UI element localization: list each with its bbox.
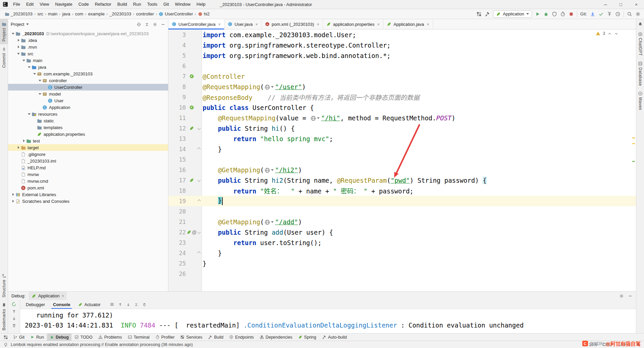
debug-console[interactable]: running for 377.612)2023-01-03 14:44:21.…	[20, 309, 636, 333]
tree-item-templates[interactable]: templates	[8, 124, 168, 131]
tree-item-External Libraries[interactable]: External Libraries	[8, 191, 168, 198]
close-button[interactable]: ×	[629, 0, 644, 9]
code-line-5[interactable]: 5import org.springframework.web.bind.ann…	[168, 50, 636, 61]
notification-icon[interactable]	[3, 342, 8, 347]
stripe-mark-warning[interactable]	[632, 137, 635, 138]
code-line-21[interactable]: 21 @GetMapping("/add")	[168, 217, 636, 227]
menu-view[interactable]: View	[37, 0, 52, 9]
toolwindow-button-auto-build[interactable]: Auto-build	[319, 334, 350, 341]
panel-settings-button[interactable]	[153, 22, 157, 27]
breadcrumb-_20230103[interactable]: _20230103	[5, 11, 33, 16]
tree-item-Application[interactable]: CApplication	[8, 104, 168, 111]
tree-item-.idea[interactable]: .idea	[8, 37, 168, 44]
search-everywhere-button[interactable]	[627, 11, 632, 17]
tree-item-src[interactable]: src	[8, 50, 168, 57]
code-line-8[interactable]: 8@RequestMapping("/user")	[168, 81, 636, 92]
close-tab-icon[interactable]: ×	[317, 22, 319, 27]
right-strip-item-bell[interactable]	[636, 19, 644, 29]
editor-tab-Application.java[interactable]: Application.java×	[383, 19, 433, 29]
chevron-closed-icon[interactable]	[16, 145, 21, 150]
debug-session-tab[interactable]: Application ×	[29, 292, 67, 300]
toolwindow-button-dependencies[interactable]: Dependencies	[257, 334, 295, 341]
close-tab-icon[interactable]: ×	[427, 22, 429, 27]
menu-navigate[interactable]: Navigate	[52, 0, 75, 9]
code-line-22[interactable]: 22@ public String add(User user) {	[168, 227, 636, 237]
code-line-24[interactable]: 24 }	[168, 248, 636, 258]
tree-item-com.example._20230103[interactable]: com.example._20230103	[8, 70, 168, 77]
chevron-open-icon[interactable]	[21, 58, 26, 63]
chevron-closed-icon[interactable]	[11, 199, 15, 204]
next-problem-icon[interactable]	[614, 32, 619, 36]
url-globe-icon[interactable]	[264, 219, 270, 225]
chevron-down-icon[interactable]	[26, 23, 29, 25]
menu-file[interactable]: File	[10, 0, 23, 9]
right-strip-item-chatgpt[interactable]: ChatGPT	[636, 29, 644, 59]
code-area[interactable]: 3import com.example._20230103.model.User…	[168, 30, 636, 291]
toolwindow-button-spring[interactable]: Spring	[296, 334, 319, 341]
chevron-open-icon[interactable]	[32, 71, 37, 76]
debug-settings-button[interactable]	[619, 294, 624, 298]
code-line-15[interactable]: 15	[168, 154, 636, 165]
code-line-3[interactable]: 3import com.example._20230103.model.User…	[168, 30, 636, 40]
left-strip-item-commit[interactable]: Commit	[0, 44, 8, 70]
code-line-9[interactable]: 9@ResponseBody // 当前类中所有方法，将返回一个非静态页面的数据	[168, 92, 636, 102]
breadcrumb-example[interactable]: example	[88, 11, 105, 16]
chevron-closed-icon[interactable]	[21, 138, 26, 143]
fold-end-icon[interactable]	[197, 251, 201, 255]
switcher-icon[interactable]	[476, 11, 482, 17]
toolwindow-button-terminal[interactable]: Terminal	[125, 334, 152, 341]
code-line-11[interactable]: 11 @RequestMapping(value = "/hi", method…	[168, 113, 636, 123]
tree-item-_20230103.iml[interactable]: _20230103.iml	[8, 158, 168, 164]
prev-occurrence-icon[interactable]	[118, 302, 122, 307]
rerun-button[interactable]	[11, 302, 16, 307]
left-strip-item-bookmarks[interactable]: Bookmarks	[0, 300, 8, 333]
toolwindow-button-build[interactable]: Build	[205, 334, 226, 341]
toolwindow-button-todo[interactable]: TODO	[72, 334, 95, 341]
tree-item-_20230103[interactable]: _20230103D:\workspace\workspace_javaee\j…	[8, 30, 168, 37]
menu-help[interactable]: Help	[194, 0, 209, 9]
clear-all-icon[interactable]	[142, 302, 147, 307]
tree-item-main[interactable]: main	[8, 57, 168, 64]
menu-code[interactable]: Code	[75, 0, 92, 9]
settings-button[interactable]	[635, 11, 641, 17]
hide-debug-button[interactable]	[628, 294, 633, 298]
minimize-button[interactable]: ─	[598, 0, 613, 9]
code-line-19[interactable]: 19 }	[168, 196, 636, 206]
tree-item-target[interactable]: target	[8, 144, 168, 151]
code-line-17[interactable]: 17 public String hi2(String name, @Reque…	[168, 175, 636, 185]
tree-item-java[interactable]: java	[8, 64, 168, 70]
prev-problem-icon[interactable]	[607, 32, 612, 36]
close-tab-icon[interactable]: ×	[218, 22, 221, 27]
tree-item-resources[interactable]: resources	[8, 111, 168, 117]
chevron-open-icon[interactable]	[38, 92, 42, 96]
editor-tab-User.java[interactable]: CUser.java×	[224, 19, 262, 29]
fold-collapse-icon[interactable]	[197, 231, 201, 234]
chevron-closed-icon[interactable]	[16, 38, 21, 43]
toolwindow-button-problems[interactable]: Problems	[96, 334, 125, 341]
toolwindow-button-services[interactable]: Services	[177, 334, 205, 341]
tree-item-.mvn[interactable]: .mvn	[8, 44, 168, 50]
git-commit-button[interactable]	[598, 11, 604, 17]
right-strip-item-maven[interactable]: mMaven	[636, 89, 644, 113]
code-line-12[interactable]: 12 public String hi() {	[168, 123, 636, 133]
git-push-button[interactable]	[607, 11, 612, 17]
inspections-widget[interactable]: 3	[596, 31, 619, 36]
debug-tab-actuator[interactable]: Actuator	[74, 300, 104, 309]
chevron-open-icon[interactable]	[11, 31, 15, 36]
code-line-20[interactable]: 20	[168, 206, 636, 217]
code-line-7[interactable]: 7@Controller	[168, 71, 636, 81]
menu-run[interactable]: Run	[130, 0, 144, 9]
code-line-26[interactable]: 26	[168, 269, 636, 279]
toolwindow-button-endpoints[interactable]: Endpoints	[226, 334, 257, 341]
breadcrumb-main[interactable]: main	[48, 11, 57, 16]
breadcrumb-controller[interactable]: controller	[136, 11, 154, 16]
code-line-16[interactable]: 16 @GetMapping("/hi2")	[168, 165, 636, 175]
menu-git[interactable]: Git	[160, 0, 172, 9]
chevron-open-icon[interactable]	[38, 78, 42, 83]
breadcrumb-com[interactable]: com	[75, 11, 84, 16]
chevron-open-icon[interactable]	[16, 51, 21, 56]
code-line-23[interactable]: 23 return user.toString();	[168, 237, 636, 248]
status-message[interactable]: Lombok requires enabled annotation proce…	[11, 342, 193, 347]
clear-console-button[interactable]	[12, 323, 16, 328]
code-line-18[interactable]: 18 return "姓名： " + name + " 密码： " + pass…	[168, 185, 636, 196]
